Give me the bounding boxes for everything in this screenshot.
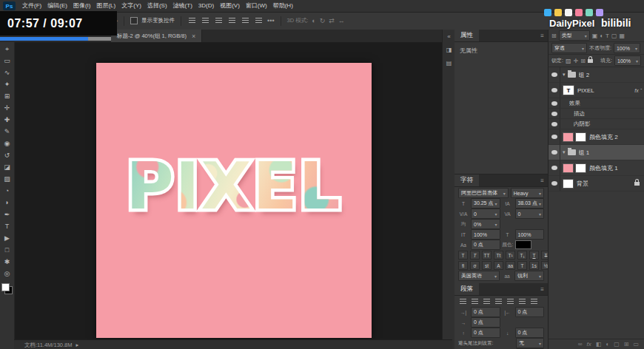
3d-drag-icon[interactable]: ⇄ <box>329 17 335 24</box>
layer-mask-thumbnail[interactable] <box>575 163 586 173</box>
3d-slide-icon[interactable]: ↔ <box>338 17 345 24</box>
superscript-button[interactable]: T¹ <box>506 251 515 260</box>
swash-button[interactable]: σ <box>470 261 480 270</box>
align-bottom-button[interactable] <box>254 16 264 26</box>
visibility-toggle[interactable] <box>549 176 560 191</box>
dock-panel-icon-1[interactable]: ◨ <box>446 47 452 53</box>
panel-menu-icon[interactable]: ≡ <box>540 33 544 39</box>
filter-adjustment-icon[interactable]: ◐ <box>600 33 603 39</box>
link-layers-icon[interactable]: ∞ <box>578 341 583 348</box>
filter-smart-icon[interactable]: ▦ <box>620 33 625 39</box>
faux-italic-button[interactable]: T <box>470 251 480 260</box>
layer-row-pixel-text[interactable]: T PIXEL fxˆ <box>549 83 644 98</box>
visibility-toggle[interactable] <box>549 67 560 82</box>
visibility-toggle[interactable] <box>549 129 560 144</box>
quick-select-tool[interactable]: ✦ <box>1 78 13 90</box>
lasso-tool[interactable]: ∿ <box>1 67 13 78</box>
text-color-swatch[interactable] <box>515 240 531 249</box>
indent-right-input[interactable]: 0 点 <box>515 307 545 317</box>
crop-tool[interactable]: ⊞ <box>1 90 13 102</box>
align-middle-button[interactable] <box>241 16 250 26</box>
tab-character[interactable]: 字符 <box>455 174 479 186</box>
visibility-toggle[interactable] <box>549 160 560 175</box>
layer-style-icon[interactable]: fx <box>587 341 591 348</box>
filter-text-icon[interactable]: T <box>606 33 609 39</box>
align-left-button[interactable] <box>187 16 197 26</box>
font-size-input[interactable]: 30.25 点▾ <box>471 198 500 209</box>
panel-menu-icon[interactable]: ≡ <box>540 177 544 184</box>
menu-image[interactable]: 图像(I) <box>70 0 94 12</box>
eyedropper-tool[interactable]: ✛ <box>1 102 13 114</box>
baseline-shift-input[interactable]: 0 点 <box>471 240 500 250</box>
align-text-center-button[interactable] <box>470 297 480 307</box>
dodge-tool[interactable]: ◗ <box>1 197 13 209</box>
layer-row-group-2[interactable]: ▾ 组 2 <box>549 67 644 83</box>
menu-edit[interactable]: 编辑(E) <box>44 0 70 12</box>
lock-pixels-icon[interactable]: ✛ <box>574 58 579 64</box>
font-style-select[interactable]: Heavy▾ <box>511 188 544 198</box>
shape-tool[interactable]: □ <box>1 244 13 256</box>
color-swatches[interactable] <box>1 283 13 294</box>
space-after-input[interactable]: 0 点 <box>515 328 545 338</box>
font-family-select[interactable]: 阿里巴巴普惠体▾ <box>458 188 509 198</box>
new-group-icon[interactable]: ▢ <box>614 341 620 348</box>
fill-input[interactable]: 100%▾ <box>614 55 641 66</box>
type-tool[interactable]: T <box>1 220 13 232</box>
visibility-toggle[interactable] <box>549 98 560 108</box>
history-brush-tool[interactable]: ↺ <box>1 149 13 161</box>
move-tool[interactable]: ⌖ <box>1 43 13 55</box>
effects-header-row[interactable]: 效果 <box>549 98 644 109</box>
menu-3d[interactable]: 3D(D) <box>195 0 217 12</box>
menu-file[interactable]: 文件(F) <box>19 0 44 12</box>
layer-row-background[interactable]: 背景 <box>549 176 644 192</box>
opacity-input[interactable]: 100%▾ <box>614 43 640 53</box>
vertical-scale-input[interactable]: 100% <box>471 229 500 240</box>
3d-roll-icon[interactable]: ↻ <box>320 17 326 24</box>
visibility-toggle[interactable] <box>549 83 560 98</box>
3d-rotate-icon[interactable]: ◐ <box>312 17 315 24</box>
collapse-effects-icon[interactable]: ˆ <box>640 88 642 93</box>
hand-tool[interactable]: ✱ <box>1 256 13 268</box>
faux-bold-button[interactable]: T <box>458 251 468 260</box>
add-mask-icon[interactable]: ◧ <box>596 341 602 348</box>
expand-arrow-icon[interactable]: ▾ <box>563 149 566 155</box>
expand-arrow-icon[interactable]: ▾ <box>563 72 566 78</box>
ordinals-button[interactable]: T <box>517 261 527 270</box>
healing-brush-tool[interactable]: ✚ <box>1 114 13 126</box>
tracking-input[interactable]: 0▾ <box>515 209 545 219</box>
clone-stamp-tool[interactable]: ◉ <box>1 138 13 149</box>
tab-paragraph[interactable]: 段落 <box>455 283 479 295</box>
delete-layer-icon[interactable]: ▭ <box>633 341 639 348</box>
justify-all-button[interactable] <box>529 297 539 307</box>
tab-properties[interactable]: 属性 <box>455 30 479 41</box>
adjustment-layer-icon[interactable]: ◐ <box>606 341 609 348</box>
marquee-tool[interactable]: ▭ <box>1 55 13 67</box>
titling-alternates-button[interactable]: A <box>494 261 503 270</box>
blend-mode-select[interactable]: 穿透▾ <box>551 43 587 53</box>
lock-all-icon[interactable] <box>588 59 593 63</box>
brush-tool[interactable]: ✎ <box>1 126 13 138</box>
path-select-tool[interactable]: ▶ <box>1 232 13 244</box>
layer-effects-badge[interactable]: fxˆ <box>634 88 642 93</box>
tsume-input[interactable]: 0%▾ <box>471 219 500 229</box>
filter-pixel-icon[interactable]: ▣ <box>592 33 598 39</box>
align-top-button[interactable] <box>227 16 237 26</box>
discretionary-ligatures-button[interactable]: st <box>482 261 492 270</box>
fill-layer-swatch[interactable] <box>563 163 574 173</box>
align-text-right-button[interactable] <box>482 297 492 307</box>
kerning-input[interactable]: 0▾ <box>471 209 500 219</box>
ligatures-button[interactable]: fi <box>458 261 468 270</box>
show-transform-checkbox[interactable] <box>130 17 138 24</box>
new-layer-icon[interactable]: ⊞ <box>624 341 629 348</box>
collapse-panels-icon[interactable]: « <box>447 33 450 40</box>
layer-row-color-fill-2[interactable]: 颜色填充 2 <box>549 129 644 145</box>
kinsoku-select[interactable]: 无▾ <box>516 338 544 348</box>
fill-layer-swatch[interactable] <box>563 132 574 142</box>
pen-tool[interactable]: ✒ <box>1 209 13 220</box>
lock-transparency-icon[interactable]: ▨ <box>566 58 571 64</box>
document-tab[interactable]: 标题-2 @ 40%(组 1, RGB/8) × <box>111 30 202 42</box>
menu-layer[interactable]: 图层(L) <box>93 0 118 12</box>
justify-last-left-button[interactable] <box>494 297 503 307</box>
underline-button[interactable]: T <box>529 251 539 260</box>
video-progress-track[interactable] <box>0 37 111 41</box>
